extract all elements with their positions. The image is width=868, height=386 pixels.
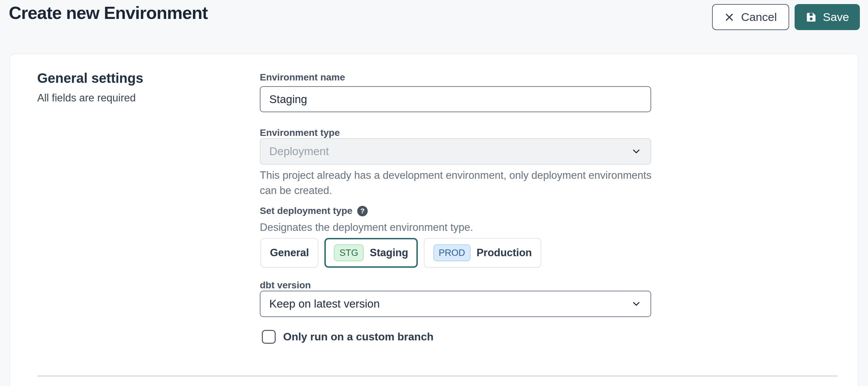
dbt-version-value: Keep on latest version — [269, 297, 631, 310]
deployment-type-option-staging[interactable]: STG Staging — [324, 238, 417, 268]
deployment-type-option-production[interactable]: PROD Production — [424, 238, 542, 268]
deployment-type-options: General STG Staging PROD Production — [260, 238, 541, 268]
deployment-type-label: Set deployment type — [260, 206, 352, 216]
save-button-label: Save — [823, 10, 849, 24]
environment-type-value: Deployment — [269, 145, 631, 158]
option-staging-label: Staging — [370, 247, 408, 259]
option-production-label: Production — [477, 247, 532, 259]
header-actions: Cancel Save — [712, 4, 860, 30]
chevron-down-icon — [631, 146, 642, 157]
environment-name-input[interactable] — [260, 86, 651, 112]
stg-badge: STG — [334, 244, 364, 261]
section-title: General settings — [37, 70, 143, 86]
option-general-label: General — [270, 247, 309, 259]
section-subtitle: All fields are required — [37, 91, 136, 105]
environment-name-label: Environment name — [260, 72, 345, 83]
general-settings-card: General settings All fields are required… — [9, 53, 859, 386]
deployment-type-label-row: Set deployment type ? — [260, 206, 368, 216]
deployment-type-description: Designates the deployment environment ty… — [260, 220, 473, 235]
x-icon — [724, 12, 734, 22]
custom-branch-label[interactable]: Only run on a custom branch — [283, 331, 434, 343]
dbt-version-select[interactable]: Keep on latest version — [260, 291, 651, 317]
prod-badge: PROD — [433, 244, 471, 261]
chevron-down-icon — [631, 298, 642, 309]
cancel-button-label: Cancel — [741, 10, 777, 24]
custom-branch-checkbox[interactable] — [262, 330, 276, 344]
deployment-type-option-general[interactable]: General — [260, 238, 318, 268]
save-button[interactable]: Save — [795, 4, 860, 30]
page-title: Create new Environment — [9, 3, 208, 22]
environment-type-select[interactable]: Deployment — [260, 138, 651, 165]
environment-type-helper: This project already has a development e… — [260, 168, 657, 198]
floppy-disk-icon — [805, 11, 817, 23]
dbt-version-label: dbt version — [260, 280, 311, 291]
cancel-button[interactable]: Cancel — [712, 4, 789, 30]
custom-branch-row: Only run on a custom branch — [262, 330, 434, 344]
section-divider — [37, 375, 838, 377]
environment-type-label: Environment type — [260, 127, 340, 139]
question-mark-icon[interactable]: ? — [357, 206, 368, 216]
